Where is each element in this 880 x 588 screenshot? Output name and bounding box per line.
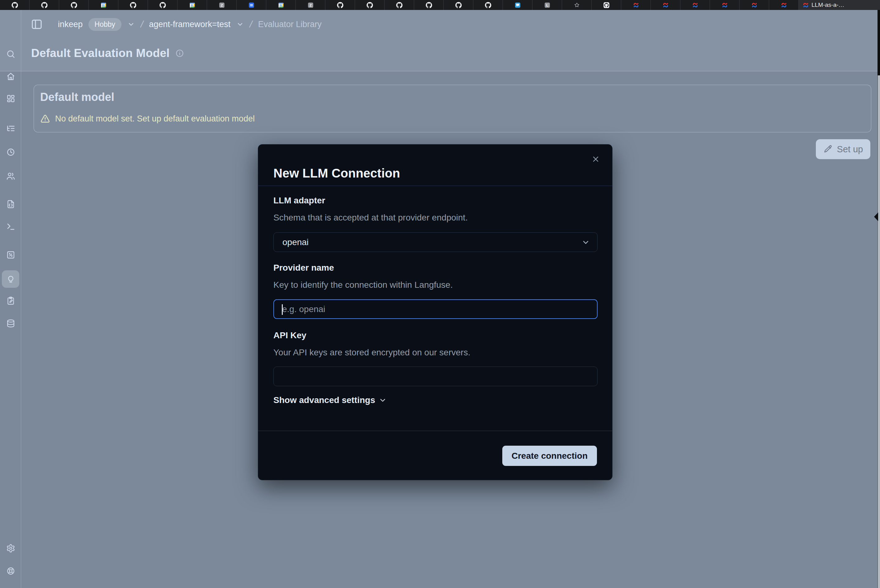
breadcrumb-page: Evaluator Library (258, 20, 322, 29)
text-caret (282, 304, 283, 315)
pinned-tab-github[interactable] (325, 0, 355, 10)
sidebar-item-datasets[interactable] (2, 315, 19, 332)
api-key-input[interactable] (274, 367, 597, 386)
github-icon (71, 2, 77, 8)
dialog-title: New LLM Connection (273, 166, 400, 180)
database-icon (6, 319, 15, 328)
close-button[interactable] (591, 154, 601, 165)
active-browser-tab[interactable]: LLM-as-a-… (799, 0, 880, 10)
sidebar-item-search[interactable] (2, 45, 19, 63)
sidebar-item-scores[interactable] (2, 246, 19, 264)
tracing-icon (6, 124, 15, 133)
set-up-button-label: Set up (837, 144, 863, 154)
create-connection-label: Create connection (512, 451, 588, 461)
set-up-button[interactable]: Set up (816, 139, 870, 159)
pinned-tab-langfuse[interactable] (710, 0, 739, 10)
sidebar-item-support[interactable] (2, 562, 19, 580)
pinned-tab-calendar[interactable] (89, 0, 118, 10)
github-icon (337, 2, 343, 8)
pinned-tab-langfuse[interactable] (621, 0, 651, 10)
pinned-tab-github[interactable] (355, 0, 385, 10)
api-key-field (273, 367, 598, 386)
chevron-down-icon[interactable] (236, 20, 244, 28)
pinned-tab-langfuse[interactable] (769, 0, 799, 10)
pinned-tab-github[interactable] (148, 0, 177, 10)
pinned-tab-langfuse[interactable] (651, 0, 681, 10)
zotero-icon (219, 2, 225, 8)
pinned-tab-star[interactable] (562, 0, 592, 10)
sidebar-item-evaluators[interactable] (2, 270, 19, 288)
pinned-tab-langfuse[interactable] (681, 0, 710, 10)
file-json-icon (6, 200, 15, 208)
pinned-tab-github[interactable] (30, 0, 59, 10)
chevron-down-icon[interactable] (127, 20, 135, 28)
sidebar-item-sessions[interactable] (2, 143, 19, 161)
warning-text: No default model set. Set up default eva… (55, 114, 255, 124)
advanced-settings-toggle[interactable]: Show advanced settings (273, 395, 387, 405)
browser-tab-strip: LLM-as-a-… (0, 0, 880, 10)
sidebar-item-settings[interactable] (2, 539, 19, 557)
gear-icon (6, 544, 15, 553)
github-icon (455, 2, 462, 8)
star-icon (574, 2, 580, 8)
provider-name-label: Provider name (273, 263, 334, 273)
pencil-icon (823, 144, 833, 154)
sidebar-item-prompts[interactable] (2, 195, 19, 213)
lightbulb-icon (6, 275, 15, 284)
panel-left-icon (30, 18, 43, 30)
provider-name-description: Key to identify the connection within La… (273, 280, 453, 290)
sidebar-item-annotation-queues[interactable] (2, 292, 19, 309)
pinned-tab-chat[interactable] (503, 0, 532, 10)
sidebar-item-users[interactable] (2, 167, 19, 184)
pinned-tab-github[interactable] (414, 0, 444, 10)
github-icon (41, 2, 48, 8)
pinned-tab-langfuse[interactable] (739, 0, 769, 10)
pinned-tab-github-light[interactable] (592, 0, 621, 10)
calendar-icon (278, 2, 284, 8)
pinned-tab-docs[interactable] (237, 0, 266, 10)
github-icon (130, 2, 136, 8)
breadcrumb-project[interactable]: agent-framework=test (149, 20, 231, 29)
dashboard-icon (6, 94, 15, 103)
pinned-tab-calendar[interactable] (266, 0, 296, 10)
pinned-tabs (0, 0, 799, 10)
pinned-tab-github[interactable] (0, 0, 30, 10)
create-connection-button[interactable]: Create connection (502, 446, 597, 466)
sidebar-item-playground[interactable] (2, 218, 19, 235)
warning-row: No default model set. Set up default eva… (40, 114, 255, 124)
provider-name-field (273, 299, 598, 319)
pinned-tab-github[interactable] (59, 0, 89, 10)
provider-name-input[interactable] (274, 300, 597, 318)
pinned-tab-calendar[interactable] (177, 0, 207, 10)
dialog-header-divider (258, 186, 612, 186)
pinned-tab-linear[interactable] (532, 0, 562, 10)
zotero-icon (307, 2, 314, 8)
pinned-tab-github[interactable] (118, 0, 148, 10)
api-key-description: Your API keys are stored encrypted on ou… (273, 348, 470, 357)
github-icon (159, 2, 166, 8)
pinned-tab-github[interactable] (385, 0, 414, 10)
sidebar-item-dashboards[interactable] (2, 90, 19, 107)
langfuse-icon (751, 2, 758, 8)
pinned-tab-zotero[interactable] (207, 0, 237, 10)
langfuse-icon (802, 2, 809, 8)
langfuse-icon (781, 2, 787, 8)
langfuse-icon (692, 2, 699, 8)
page-title: Default Evaluation Model (31, 47, 170, 60)
breadcrumb-org[interactable]: inkeep (58, 20, 83, 29)
chat-icon (514, 2, 521, 8)
window-edge-dark (877, 10, 880, 75)
info-icon[interactable] (175, 49, 184, 58)
pinned-tab-github[interactable] (473, 0, 503, 10)
pinned-tab-github[interactable] (444, 0, 473, 10)
calendar-icon (189, 2, 196, 8)
adapter-select[interactable]: openai (273, 232, 598, 252)
sidebar-item-home[interactable] (2, 68, 19, 85)
github-icon (367, 2, 373, 8)
sidebar-item-tracing[interactable] (2, 120, 19, 137)
calendar-icon (100, 2, 107, 8)
pinned-tab-zotero[interactable] (296, 0, 325, 10)
linear-icon (544, 2, 550, 8)
sidebar-toggle-button[interactable] (30, 18, 43, 31)
adapter-select-value: openai (282, 237, 581, 247)
